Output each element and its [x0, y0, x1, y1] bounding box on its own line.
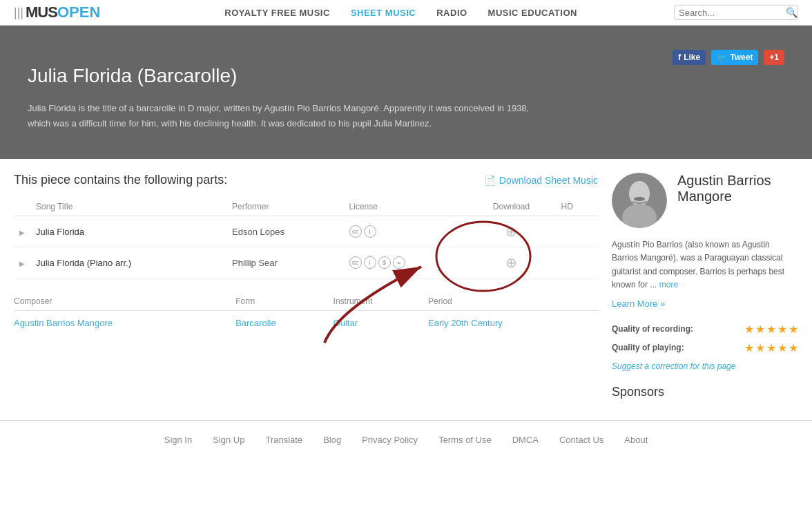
music-table-wrapper: Song Title Performer License Download HD… — [14, 198, 598, 278]
social-buttons: f Like 🐦 Tweet +1 — [673, 50, 784, 65]
download-icon: 📄 — [484, 175, 496, 186]
song-title-2: Julia Florida (Piano arr.) — [30, 247, 226, 278]
bio-more-link[interactable]: more — [659, 280, 678, 290]
meta-col-instrument: Instrument — [334, 292, 429, 311]
sponsors-title: Sponsors — [612, 385, 798, 399]
footer-contact[interactable]: Contact Us — [559, 435, 603, 445]
page-title: Julia Florida (Barcarolle) — [28, 65, 784, 87]
playing-label: Quality of playing: — [612, 343, 684, 352]
hero-section: f Like 🐦 Tweet +1 Julia Florida (Barcaro… — [0, 26, 812, 159]
footer-terms[interactable]: Terms of Use — [438, 435, 492, 445]
twitter-tweet-button[interactable]: 🐦 Tweet — [711, 50, 758, 65]
download-cell-1: ⊕ — [467, 216, 556, 247]
info-icon: i — [364, 225, 376, 238]
download-button-1[interactable]: ⊕ — [473, 223, 550, 240]
dollar-icon: $ — [378, 256, 391, 269]
composer-bio: Agustín Pio Barrios (also known as Agust… — [612, 238, 798, 292]
table-row: ▶ Julia Florida (Piano arr.) Phillip Sea… — [14, 247, 598, 278]
main-content: This piece contains the following parts:… — [0, 159, 812, 420]
search-input[interactable] — [679, 8, 786, 18]
col-download: Download — [467, 198, 556, 216]
metadata-row: Agustin Barrios Mangore Barcarolle Guita… — [14, 311, 598, 336]
metadata-table: Composer Form Instrument Period Agustin … — [14, 292, 598, 335]
fb-icon: f — [678, 53, 681, 62]
nav-links: ROYALTY FREE MUSIC SHEET MUSIC RADIO MUS… — [128, 8, 674, 18]
sidebar: Agustin Barrios Mangore Agustín Pio Barr… — [612, 173, 798, 406]
license-icons-1: cc i — [349, 225, 462, 238]
col-song-title: Song Title — [30, 198, 226, 216]
content-area: This piece contains the following parts:… — [14, 173, 598, 406]
composer-name: Agustin Barrios Mangore — [677, 173, 798, 205]
svg-point-5 — [634, 197, 645, 201]
logo-open: OPEN — [57, 3, 100, 21]
footer-sign-in[interactable]: Sign In — [164, 435, 192, 445]
parts-title: This piece contains the following parts: — [14, 173, 227, 187]
rating-playing: Quality of playing: ★ ★ ★ ★ ★ — [612, 341, 798, 354]
composer-portrait — [612, 173, 667, 228]
hd-cell-1 — [555, 216, 598, 247]
recording-label: Quality of recording: — [612, 324, 693, 334]
footer-about[interactable]: About — [624, 435, 648, 445]
instrument-link[interactable]: Guitar — [334, 318, 358, 328]
meta-col-form: Form — [235, 292, 333, 311]
performer-2: Phillip Sear — [226, 247, 344, 278]
navbar: ||| MUSOPEN ROYALTY FREE MUSIC SHEET MUS… — [0, 0, 812, 26]
play-button-1[interactable]: ▶ — [19, 229, 25, 236]
download-sheet-music-link[interactable]: 📄 Download Sheet Music — [484, 175, 598, 186]
equals-icon: = — [393, 256, 405, 269]
col-hd: HD — [555, 198, 598, 216]
music-table: Song Title Performer License Download HD… — [14, 198, 598, 278]
hero-description: Julia Florida is the title of a barcarol… — [28, 101, 545, 131]
learn-more-link[interactable]: Learn More » — [612, 299, 798, 309]
footer-blog[interactable]: Blog — [323, 435, 341, 445]
logo-mus: MUS — [26, 3, 57, 21]
footer-sign-up[interactable]: Sign Up — [213, 435, 244, 445]
form-link[interactable]: Barcarolle — [235, 318, 276, 328]
download-button-2[interactable]: ⊕ — [473, 254, 550, 271]
twitter-icon: 🐦 — [717, 53, 727, 62]
logo[interactable]: ||| MUSOPEN — [14, 3, 100, 21]
composer-link[interactable]: Agustin Barrios Mangore — [14, 318, 113, 328]
parts-header: This piece contains the following parts:… — [14, 173, 598, 187]
song-title-1: Julia Florida — [30, 216, 226, 247]
suggest-correction-link[interactable]: Suggest a correction for this page — [612, 361, 798, 371]
footer: Sign In Sign Up Translate Blog Privacy P… — [0, 420, 812, 459]
col-performer: Performer — [226, 198, 344, 216]
footer-privacy[interactable]: Privacy Policy — [362, 435, 418, 445]
meta-col-composer: Composer — [14, 292, 235, 311]
search-box: 🔍 — [674, 5, 798, 20]
recording-stars: ★ ★ ★ ★ ★ — [744, 323, 798, 336]
composer-avatar — [612, 173, 667, 228]
composer-card: Agustin Barrios Mangore — [612, 173, 798, 228]
nav-sheet-music[interactable]: SHEET MUSIC — [351, 8, 416, 18]
logo-bars-icon: ||| — [14, 6, 23, 20]
table-row: ▶ Julia Florida Edson Lopes cc i ⊕ — [14, 216, 598, 247]
license-icons-2: cc i $ = — [349, 256, 462, 269]
nav-radio[interactable]: RADIO — [436, 8, 467, 18]
meta-col-period: Period — [428, 292, 598, 311]
googleplus-button[interactable]: +1 — [764, 50, 784, 65]
search-icon: 🔍 — [786, 7, 798, 18]
cc-icon-2: cc — [349, 256, 362, 269]
playing-stars: ★ ★ ★ ★ ★ — [744, 341, 798, 354]
rating-recording: Quality of recording: ★ ★ ★ ★ ★ — [612, 323, 798, 336]
download-cell-2: ⊕ — [467, 247, 556, 278]
nav-royalty-free[interactable]: ROYALTY FREE MUSIC — [224, 8, 330, 18]
info-icon-2: i — [364, 256, 376, 269]
svg-point-3 — [629, 181, 650, 206]
footer-dmca[interactable]: DMCA — [512, 435, 539, 445]
col-play — [14, 198, 30, 216]
facebook-like-button[interactable]: f Like — [673, 50, 706, 65]
hd-cell-2 — [555, 247, 598, 278]
play-button-2[interactable]: ▶ — [19, 260, 25, 267]
period-link[interactable]: Early 20th Century — [428, 318, 503, 328]
nav-music-education[interactable]: MUSIC EDUCATION — [488, 8, 577, 18]
footer-translate[interactable]: Translate — [265, 435, 302, 445]
cc-icon: cc — [349, 225, 362, 238]
performer-1: Edson Lopes — [226, 216, 344, 247]
col-license: License — [344, 198, 467, 216]
